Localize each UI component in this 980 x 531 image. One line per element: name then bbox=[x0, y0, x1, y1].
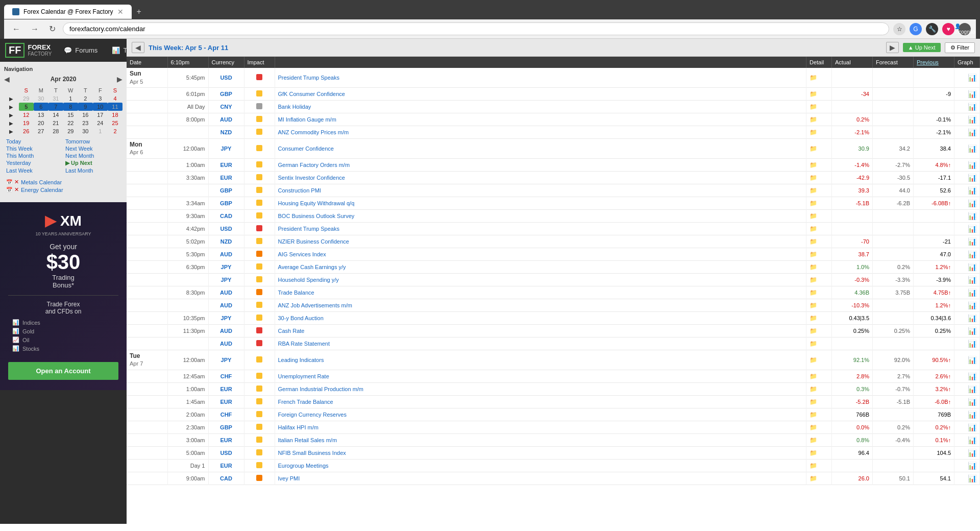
close-icon[interactable]: ✕ bbox=[117, 8, 124, 16]
event-name-cell[interactable]: 30-y Bond Auction bbox=[275, 311, 806, 324]
event-name-cell[interactable]: Consumer Confidence bbox=[275, 138, 806, 158]
event-graph-cell[interactable]: 📊 bbox=[954, 299, 980, 311]
cal-day-29[interactable]: 29 bbox=[63, 127, 78, 135]
event-name-cell[interactable]: ANZ Commodity Prices m/m bbox=[275, 126, 806, 138]
prev-week-button[interactable]: ◀ bbox=[132, 42, 144, 53]
event-graph-cell[interactable]: 📊 bbox=[954, 446, 980, 459]
event-detail-cell[interactable]: 📁 bbox=[806, 446, 832, 459]
row-indicator-5[interactable]: ▶ bbox=[4, 127, 19, 135]
event-detail-cell[interactable]: 📁 bbox=[806, 138, 832, 158]
address-bar[interactable] bbox=[63, 22, 889, 35]
event-name-cell[interactable]: GfK Consumer Confidence bbox=[275, 87, 806, 100]
event-name-cell[interactable]: NFIB Small Business Index bbox=[275, 446, 806, 459]
cal-day-27[interactable]: 27 bbox=[34, 127, 48, 135]
cal-day-2[interactable]: 2 bbox=[78, 94, 93, 103]
event-graph-cell[interactable]: 📊 bbox=[954, 408, 980, 421]
cal-day-24[interactable]: 24 bbox=[93, 119, 108, 127]
event-name-cell[interactable]: AIG Services Index bbox=[275, 248, 806, 260]
row-indicator-3[interactable]: ▶ bbox=[4, 111, 19, 119]
event-detail-cell[interactable]: 📁 bbox=[806, 248, 832, 260]
cal-day-6[interactable]: 6 bbox=[34, 103, 48, 111]
event-graph-cell[interactable]: 📊 bbox=[954, 421, 980, 433]
last-month-link[interactable]: Last Month bbox=[65, 167, 120, 174]
cal-day-22[interactable]: 22 bbox=[63, 119, 78, 127]
event-detail-cell[interactable]: 📁 bbox=[806, 395, 832, 408]
event-detail-cell[interactable]: 📁 bbox=[806, 350, 832, 370]
profile-icon[interactable]: 👤 Incognito bbox=[959, 23, 971, 35]
cal-day-19[interactable]: 19 bbox=[19, 119, 34, 127]
event-detail-cell[interactable]: 📁 bbox=[806, 370, 832, 382]
event-detail-cell[interactable]: 📁 bbox=[806, 421, 832, 433]
cal-day-1[interactable]: 1 bbox=[63, 94, 78, 103]
event-name-cell[interactable]: BOC Business Outlook Survey bbox=[275, 209, 806, 222]
event-graph-cell[interactable]: 📊 bbox=[954, 350, 980, 370]
cal-day-21[interactable]: 21 bbox=[48, 119, 63, 127]
event-name-cell[interactable]: Construction PMI bbox=[275, 184, 806, 197]
prev-month-button[interactable]: ◀ bbox=[4, 75, 10, 83]
event-graph-cell[interactable]: 📊 bbox=[954, 171, 980, 184]
event-detail-cell[interactable]: 📁 bbox=[806, 235, 832, 248]
cal-day-20[interactable]: 20 bbox=[34, 119, 48, 127]
event-name-cell[interactable]: Household Spending y/y bbox=[275, 273, 806, 286]
yesterday-link[interactable]: Yesterday bbox=[6, 160, 61, 166]
event-name-cell[interactable]: ANZ Job Advertisements m/m bbox=[275, 299, 806, 311]
event-graph-cell[interactable]: 📊 bbox=[954, 68, 980, 87]
today-link[interactable]: Today bbox=[6, 138, 61, 144]
event-detail-cell[interactable]: 📁 bbox=[806, 472, 832, 485]
event-graph-cell[interactable]: 📊 bbox=[954, 126, 980, 138]
event-name-cell[interactable]: Cash Rate bbox=[275, 324, 806, 337]
cal-day-10[interactable]: 10 bbox=[93, 103, 108, 111]
up-next-button[interactable]: ▲ Up Next bbox=[903, 43, 941, 52]
cal-day-13[interactable]: 13 bbox=[34, 111, 48, 119]
cal-day-3[interactable]: 3 bbox=[93, 94, 108, 103]
new-tab-button[interactable]: + bbox=[132, 4, 146, 19]
this-week-link[interactable]: This Week bbox=[6, 146, 61, 152]
event-detail-cell[interactable]: 📁 bbox=[806, 273, 832, 286]
cal-day-11[interactable]: 11 bbox=[108, 103, 122, 111]
next-week-button[interactable]: ▶ bbox=[886, 42, 899, 53]
event-name-cell[interactable]: Housing Equity Withdrawal q/q bbox=[275, 197, 806, 209]
event-graph-cell[interactable]: 📊 bbox=[954, 273, 980, 286]
event-detail-cell[interactable]: 📁 bbox=[806, 408, 832, 421]
event-detail-cell[interactable]: 📁 bbox=[806, 113, 832, 126]
cal-day-7[interactable]: 7 bbox=[48, 103, 63, 111]
event-detail-cell[interactable]: 📁 bbox=[806, 68, 832, 87]
event-name-cell[interactable]: RBA Rate Statement bbox=[275, 337, 806, 350]
row-indicator-4[interactable]: ▶ bbox=[4, 119, 19, 127]
event-graph-cell[interactable]: 📊 bbox=[954, 138, 980, 158]
event-graph-cell[interactable]: 📊 bbox=[954, 100, 980, 113]
cal-day-9[interactable]: 9 bbox=[78, 103, 93, 111]
cal-day-14[interactable]: 14 bbox=[48, 111, 63, 119]
event-name-cell[interactable]: Leading Indicators bbox=[275, 350, 806, 370]
event-name-cell[interactable]: German Industrial Production m/m bbox=[275, 382, 806, 395]
energy-calendar-link[interactable]: ✕ Energy Calendar bbox=[6, 186, 120, 193]
event-graph-cell[interactable]: 📊 bbox=[954, 472, 980, 485]
row-indicator-2[interactable]: ▶ bbox=[4, 103, 19, 111]
event-graph-cell[interactable]: 📊 bbox=[954, 222, 980, 235]
metals-calendar-link[interactable]: ✕ Metals Calendar bbox=[6, 179, 120, 185]
last-week-link[interactable]: Last Week bbox=[6, 167, 61, 174]
event-name-cell[interactable]: Sentix Investor Confidence bbox=[275, 171, 806, 184]
col-header-time[interactable]: 6:10pm bbox=[167, 57, 208, 68]
event-name-cell[interactable]: Unemployment Rate bbox=[275, 370, 806, 382]
cal-day-25[interactable]: 25 bbox=[108, 119, 122, 127]
event-detail-cell[interactable]: 📁 bbox=[806, 209, 832, 222]
event-name-cell[interactable]: Foreign Currency Reserves bbox=[275, 408, 806, 421]
next-month-button[interactable]: ▶ bbox=[117, 75, 122, 83]
cal-day-5[interactable]: 5 bbox=[19, 103, 34, 111]
event-name-cell[interactable]: Halifax HPI m/m bbox=[275, 421, 806, 433]
cal-day-31-prev[interactable]: 31 bbox=[48, 94, 63, 103]
extension-icon-1[interactable]: G bbox=[910, 23, 922, 35]
event-detail-cell[interactable]: 📁 bbox=[806, 286, 832, 299]
event-name-cell[interactable]: German Factory Orders m/m bbox=[275, 158, 806, 171]
event-detail-cell[interactable]: 📁 bbox=[806, 382, 832, 395]
event-name-cell[interactable]: Eurogroup Meetings bbox=[275, 459, 806, 472]
event-name-cell[interactable]: MI Inflation Gauge m/m bbox=[275, 113, 806, 126]
event-detail-cell[interactable]: 📁 bbox=[806, 222, 832, 235]
event-graph-cell[interactable]: 📊 bbox=[954, 113, 980, 126]
event-graph-cell[interactable]: 📊 bbox=[954, 337, 980, 350]
event-graph-cell[interactable]: 📊 bbox=[954, 209, 980, 222]
col-header-previous[interactable]: Previous bbox=[914, 57, 954, 68]
event-name-cell[interactable]: NZIER Business Confidence bbox=[275, 235, 806, 248]
event-detail-cell[interactable]: 📁 bbox=[806, 433, 832, 446]
